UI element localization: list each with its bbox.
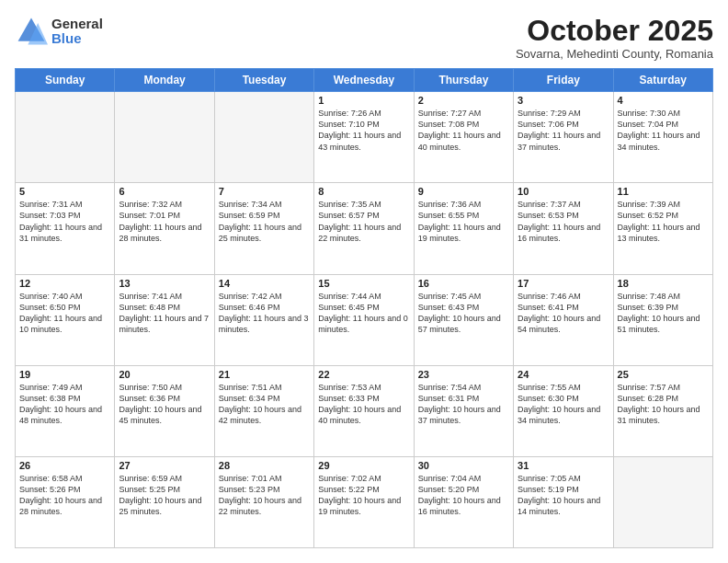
day-number: 9	[418, 186, 509, 197]
day-info: Sunrise: 7:44 AMSunset: 6:45 PMDaylight:…	[318, 291, 409, 336]
day-cell-3: 3Sunrise: 7:29 AMSunset: 7:06 PMDaylight…	[514, 92, 613, 183]
day-number: 21	[219, 369, 310, 380]
weekday-header-sunday: Sunday	[16, 69, 115, 92]
day-info: Sunrise: 7:51 AMSunset: 6:34 PMDaylight:…	[219, 382, 310, 427]
day-info: Sunrise: 7:36 AMSunset: 6:55 PMDaylight:…	[418, 199, 509, 244]
day-cell-7: 7Sunrise: 7:34 AMSunset: 6:59 PMDaylight…	[214, 183, 313, 274]
day-info: Sunrise: 7:35 AMSunset: 6:57 PMDaylight:…	[318, 199, 409, 244]
day-cell-29: 29Sunrise: 7:02 AMSunset: 5:22 PMDayligh…	[314, 456, 414, 547]
day-info: Sunrise: 7:48 AMSunset: 6:39 PMDaylight:…	[618, 291, 709, 336]
empty-cell	[613, 456, 712, 547]
day-cell-27: 27Sunrise: 6:59 AMSunset: 5:25 PMDayligh…	[115, 456, 214, 547]
day-info: Sunrise: 7:41 AMSunset: 6:48 PMDaylight:…	[119, 291, 210, 336]
weekday-header-saturday: Saturday	[613, 69, 712, 92]
day-number: 12	[19, 278, 110, 289]
location-subtitle: Sovarna, Mehedinti County, Romania	[516, 47, 713, 61]
day-cell-8: 8Sunrise: 7:35 AMSunset: 6:57 PMDaylight…	[314, 183, 414, 274]
week-row-3: 12Sunrise: 7:40 AMSunset: 6:50 PMDayligh…	[16, 274, 713, 365]
day-info: Sunrise: 7:29 AMSunset: 7:06 PMDaylight:…	[518, 108, 609, 153]
day-cell-1: 1Sunrise: 7:26 AMSunset: 7:10 PMDaylight…	[314, 92, 414, 183]
day-cell-26: 26Sunrise: 6:58 AMSunset: 5:26 PMDayligh…	[16, 456, 115, 547]
week-row-4: 19Sunrise: 7:49 AMSunset: 6:38 PMDayligh…	[16, 365, 713, 456]
day-info: Sunrise: 7:31 AMSunset: 7:03 PMDaylight:…	[19, 199, 110, 244]
day-cell-19: 19Sunrise: 7:49 AMSunset: 6:38 PMDayligh…	[16, 365, 115, 456]
day-info: Sunrise: 7:53 AMSunset: 6:33 PMDaylight:…	[318, 382, 409, 427]
week-row-5: 26Sunrise: 6:58 AMSunset: 5:26 PMDayligh…	[16, 456, 713, 547]
day-cell-20: 20Sunrise: 7:50 AMSunset: 6:36 PMDayligh…	[115, 365, 214, 456]
day-number: 2	[418, 95, 509, 106]
day-cell-24: 24Sunrise: 7:55 AMSunset: 6:30 PMDayligh…	[514, 365, 613, 456]
day-number: 17	[518, 278, 609, 289]
day-info: Sunrise: 7:54 AMSunset: 6:31 PMDaylight:…	[418, 382, 509, 427]
day-number: 13	[119, 278, 210, 289]
day-number: 20	[119, 369, 210, 380]
day-number: 30	[418, 460, 509, 471]
day-number: 29	[318, 460, 409, 471]
day-info: Sunrise: 7:27 AMSunset: 7:08 PMDaylight:…	[418, 108, 509, 153]
month-title: October 2025	[516, 15, 713, 47]
day-info: Sunrise: 6:58 AMSunset: 5:26 PMDaylight:…	[19, 473, 110, 518]
day-number: 15	[318, 278, 409, 289]
day-info: Sunrise: 7:01 AMSunset: 5:23 PMDaylight:…	[219, 473, 310, 518]
weekday-header-wednesday: Wednesday	[314, 69, 414, 92]
day-info: Sunrise: 7:30 AMSunset: 7:04 PMDaylight:…	[618, 108, 709, 153]
day-info: Sunrise: 7:34 AMSunset: 6:59 PMDaylight:…	[219, 199, 310, 244]
day-info: Sunrise: 7:32 AMSunset: 7:01 PMDaylight:…	[119, 199, 210, 244]
weekday-header-thursday: Thursday	[414, 69, 513, 92]
week-row-1: 1Sunrise: 7:26 AMSunset: 7:10 PMDaylight…	[16, 92, 713, 183]
logo-blue: Blue	[51, 31, 103, 47]
day-cell-25: 25Sunrise: 7:57 AMSunset: 6:28 PMDayligh…	[613, 365, 712, 456]
title-area: October 2025 Sovarna, Mehedinti County, …	[516, 15, 713, 61]
day-number: 14	[219, 278, 310, 289]
day-cell-17: 17Sunrise: 7:46 AMSunset: 6:41 PMDayligh…	[514, 274, 613, 365]
day-info: Sunrise: 7:26 AMSunset: 7:10 PMDaylight:…	[318, 108, 409, 153]
day-number: 11	[618, 186, 709, 197]
day-cell-4: 4Sunrise: 7:30 AMSunset: 7:04 PMDaylight…	[613, 92, 712, 183]
day-number: 18	[618, 278, 709, 289]
day-info: Sunrise: 7:04 AMSunset: 5:20 PMDaylight:…	[418, 473, 509, 518]
logo-text: General Blue	[51, 17, 103, 47]
day-number: 19	[19, 369, 110, 380]
day-info: Sunrise: 7:05 AMSunset: 5:19 PMDaylight:…	[518, 473, 609, 518]
day-number: 24	[518, 369, 609, 380]
weekday-header-row: SundayMondayTuesdayWednesdayThursdayFrid…	[16, 69, 713, 92]
logo-general: General	[51, 17, 103, 32]
day-info: Sunrise: 7:49 AMSunset: 6:38 PMDaylight:…	[19, 382, 110, 427]
day-number: 16	[418, 278, 509, 289]
day-number: 8	[318, 186, 409, 197]
day-info: Sunrise: 7:40 AMSunset: 6:50 PMDaylight:…	[19, 291, 110, 336]
day-info: Sunrise: 7:45 AMSunset: 6:43 PMDaylight:…	[418, 291, 509, 336]
day-cell-18: 18Sunrise: 7:48 AMSunset: 6:39 PMDayligh…	[613, 274, 712, 365]
empty-cell	[214, 92, 313, 183]
day-number: 25	[618, 369, 709, 380]
day-cell-22: 22Sunrise: 7:53 AMSunset: 6:33 PMDayligh…	[314, 365, 414, 456]
logo-icon	[15, 15, 48, 48]
weekday-header-monday: Monday	[115, 69, 214, 92]
day-cell-2: 2Sunrise: 7:27 AMSunset: 7:08 PMDaylight…	[414, 92, 513, 183]
day-cell-13: 13Sunrise: 7:41 AMSunset: 6:48 PMDayligh…	[115, 274, 214, 365]
day-number: 23	[418, 369, 509, 380]
empty-cell	[115, 92, 214, 183]
day-cell-31: 31Sunrise: 7:05 AMSunset: 5:19 PMDayligh…	[514, 456, 613, 547]
day-number: 27	[119, 460, 210, 471]
day-cell-9: 9Sunrise: 7:36 AMSunset: 6:55 PMDaylight…	[414, 183, 513, 274]
day-cell-28: 28Sunrise: 7:01 AMSunset: 5:23 PMDayligh…	[214, 456, 313, 547]
day-number: 3	[518, 95, 609, 106]
day-cell-14: 14Sunrise: 7:42 AMSunset: 6:46 PMDayligh…	[214, 274, 313, 365]
weekday-header-tuesday: Tuesday	[214, 69, 313, 92]
header: General Blue October 2025 Sovarna, Mehed…	[15, 15, 713, 61]
day-number: 4	[618, 95, 709, 106]
day-info: Sunrise: 7:55 AMSunset: 6:30 PMDaylight:…	[518, 382, 609, 427]
day-info: Sunrise: 6:59 AMSunset: 5:25 PMDaylight:…	[119, 473, 210, 518]
page: General Blue October 2025 Sovarna, Mehed…	[0, 0, 728, 563]
day-info: Sunrise: 7:02 AMSunset: 5:22 PMDaylight:…	[318, 473, 409, 518]
day-number: 7	[219, 186, 310, 197]
day-number: 26	[19, 460, 110, 471]
day-cell-5: 5Sunrise: 7:31 AMSunset: 7:03 PMDaylight…	[16, 183, 115, 274]
day-info: Sunrise: 7:57 AMSunset: 6:28 PMDaylight:…	[618, 382, 709, 427]
day-number: 28	[219, 460, 310, 471]
week-row-2: 5Sunrise: 7:31 AMSunset: 7:03 PMDaylight…	[16, 183, 713, 274]
day-cell-6: 6Sunrise: 7:32 AMSunset: 7:01 PMDaylight…	[115, 183, 214, 274]
day-number: 1	[318, 95, 409, 106]
day-number: 10	[518, 186, 609, 197]
